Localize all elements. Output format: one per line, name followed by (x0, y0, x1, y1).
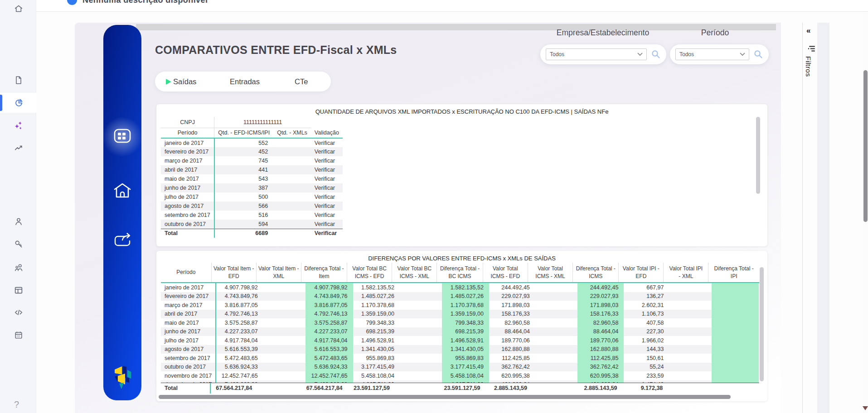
data-row: maio de 20173.575.258,873.575.258,87799.… (161, 318, 759, 327)
table-cell: outubro de 2017 (161, 220, 214, 229)
table-cell (273, 165, 311, 174)
table-cell: 4.227.233,07 (305, 327, 353, 336)
key-icon[interactable] (14, 239, 24, 249)
table-cell (400, 301, 442, 310)
table-cell: 4.792.746,13 (216, 310, 263, 319)
search-icon[interactable] (651, 49, 661, 59)
scroll-down-arrow-icon[interactable] (863, 406, 868, 410)
dashboard-grid-icon[interactable] (112, 126, 133, 146)
data-row: fevereiro de 2017452Verificar (161, 147, 343, 156)
table-cell (273, 192, 311, 202)
empresa-select-value: Todos (550, 51, 637, 58)
table-cell: 244.492,45 (577, 283, 624, 292)
table-cell: 189.770,06 (489, 336, 535, 345)
table-cell: 566 (214, 202, 273, 211)
table-cell: Valor Total IPI - EFD (619, 263, 664, 283)
users-icon[interactable] (14, 263, 24, 273)
document-icon[interactable] (14, 75, 24, 85)
table-cell: 3.816.877,05 (305, 301, 353, 310)
layout-icon[interactable] (14, 285, 24, 295)
code-icon[interactable] (14, 307, 24, 317)
table-cell (263, 345, 306, 354)
table-cell: Verificar (311, 229, 343, 238)
home-icon[interactable] (14, 4, 24, 14)
brand-logo (112, 364, 133, 392)
table-cell: 955.869,83 (442, 354, 489, 363)
empresa-select[interactable]: Todos (546, 48, 647, 60)
help-icon[interactable]: ? (14, 399, 19, 410)
user-icon[interactable] (14, 216, 24, 226)
table-cell: 5.636.924,33 (216, 363, 263, 372)
table-cell: 4.743.849,76 (216, 292, 263, 301)
filter-icon[interactable] (808, 45, 815, 52)
pie-chart-icon[interactable] (14, 98, 24, 108)
data-row: agosto de 20175.616.553,395.616.553,391.… (161, 345, 759, 354)
tab-cte[interactable]: CTe (295, 72, 308, 91)
tab-entradas[interactable]: Entradas (230, 72, 260, 91)
diferencas-table-body: janeiro de 20174.907.798,924.907.798,921… (161, 283, 759, 383)
status-dot-icon (67, 0, 77, 5)
table-cell (535, 318, 578, 327)
calendar-icon[interactable] (14, 330, 24, 340)
table-cell: agosto de 2017 (161, 345, 216, 354)
table-cell: 233,59 (624, 371, 669, 380)
periodo-select-value: Todos (679, 51, 740, 58)
filters-panel-title[interactable]: Filtros (804, 56, 812, 77)
table-cell: setembro de 2017 (161, 354, 216, 363)
table-cell (311, 117, 343, 128)
table-cell: 158.176,33 (577, 310, 624, 319)
table-cell: 1.496.528,91 (442, 336, 489, 345)
sparkles-icon[interactable] (14, 120, 24, 130)
table-cell (535, 283, 578, 292)
collapse-panel-icon[interactable]: « (806, 26, 810, 35)
table-cell (263, 318, 306, 327)
search-icon[interactable] (753, 49, 763, 59)
data-row: outubro de 2017594Verificar (161, 220, 343, 229)
card2-vertical-scrollbar[interactable] (760, 267, 764, 381)
tab-saidas[interactable]: Saídas (173, 72, 196, 91)
table-cell: 4.917.784,04 (305, 336, 353, 345)
table-cell: Verificar (311, 220, 343, 229)
card2-horizontal-scrollbar[interactable] (159, 395, 731, 399)
table-cell (263, 371, 306, 380)
data-row: agosto de 2017566Verificar (161, 202, 343, 211)
table-cell (535, 354, 578, 363)
data-row: outubro de 20175.636.924,335.636.924,333… (161, 363, 759, 372)
table-cell (712, 292, 759, 301)
table-cell: Valor Total BC ICMS - EFD (347, 263, 392, 283)
card1-vertical-scrollbar[interactable] (756, 117, 760, 194)
table-cell: 2.885.143,59 (485, 383, 533, 394)
share-icon[interactable] (112, 230, 133, 249)
table-cell (669, 371, 712, 380)
table-cell (400, 327, 442, 336)
table-cell (257, 383, 301, 394)
table-cell (273, 147, 311, 156)
table-cell (712, 283, 759, 292)
trending-up-icon[interactable] (14, 143, 24, 153)
table-cell: 158.176,33 (489, 310, 535, 319)
periodo-select[interactable]: Todos (675, 48, 749, 60)
table-cell (712, 345, 759, 354)
table-cell: fevereiro de 2017 (161, 147, 214, 156)
collapsed-panel-strip (817, 23, 829, 413)
table-cell (535, 345, 578, 354)
table-cell: 1.359.159,00 (353, 310, 400, 319)
panel-home-icon[interactable] (112, 181, 133, 200)
data-row: março de 20173.816.877,053.816.877,051.1… (161, 301, 759, 310)
table-cell: Verificar (311, 165, 343, 174)
table-cell: 1.106,73 (624, 310, 669, 319)
table-cell: Qtd. - XMLs (273, 128, 311, 138)
table-cell (400, 318, 442, 327)
table-cell: Valor Total ICMS - EFD (483, 263, 528, 283)
table-cell: 441 (214, 165, 273, 174)
table-cell (263, 354, 306, 363)
table-cell: 4.907.798,92 (216, 283, 263, 292)
table-cell (400, 371, 442, 380)
table-cell: 1.582.135,52 (353, 283, 400, 292)
page-scrollbar-thumb[interactable] (863, 70, 868, 222)
app-sidebar: ? (0, 0, 36, 413)
table-cell (669, 318, 712, 327)
table-cell: 799.348,33 (442, 318, 489, 327)
table-cell: 171.898,03 (577, 301, 624, 310)
header-row: PeríodoQtd. - EFD-ICMS/IPIQtd. - XMLsVal… (161, 128, 343, 138)
